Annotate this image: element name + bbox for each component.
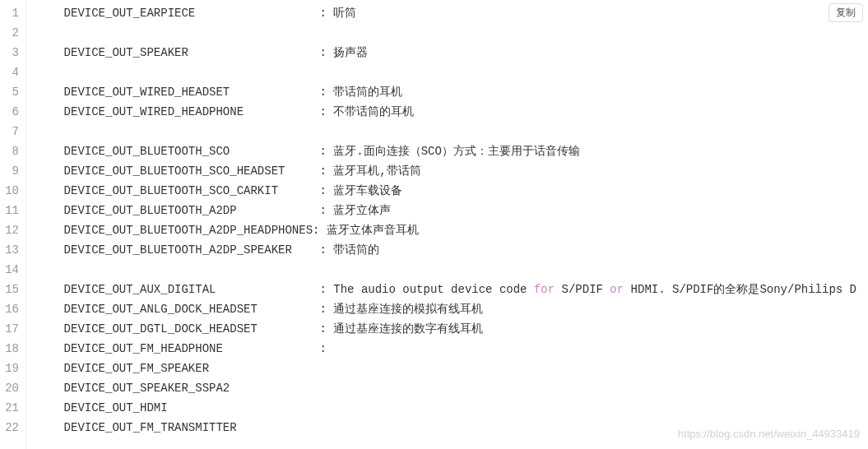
token-pun: : <box>319 46 333 59</box>
line-number: 11 <box>0 201 19 220</box>
line-number: 22 <box>0 418 19 437</box>
line-number: 17 <box>0 319 19 339</box>
token-txt: 蓝牙车载设备 <box>333 184 402 197</box>
token-id: DEVICE_OUT_AUX_DIGITAL <box>64 283 320 296</box>
code-line: DEVICE_OUT_BLUETOOTH_A2DP_HEADPHONES: 蓝牙… <box>36 220 868 240</box>
line-number: 18 <box>0 339 19 359</box>
token-txt: HDMI. S/PDIF的全称是Sony/Philips D <box>624 283 856 296</box>
token-id: DEVICE_OUT_HDMI <box>64 401 168 414</box>
token-txt: 听筒 <box>333 7 356 20</box>
code-line: DEVICE_OUT_FM_TRANSMITTER <box>36 418 868 437</box>
token-id: DEVICE_OUT_BLUETOOTH_SCO <box>64 145 320 158</box>
token-txt: 带话筒的耳机 <box>333 86 402 99</box>
token-txt: 通过基座连接的数字有线耳机 <box>333 322 483 336</box>
token-id: DEVICE_OUT_ANLG_DOCK_HEADSET <box>64 303 320 316</box>
token-ws <box>36 362 64 375</box>
token-id: DEVICE_OUT_WIRED_HEADPHONE <box>64 105 320 118</box>
line-number: 1 <box>0 3 19 23</box>
line-number: 3 <box>0 43 19 62</box>
token-ws <box>36 421 64 434</box>
token-id: DEVICE_OUT_FM_TRANSMITTER <box>64 421 237 434</box>
line-number: 19 <box>0 359 19 378</box>
token-txt: 不带话筒的耳机 <box>333 105 414 118</box>
token-txt: 蓝牙.面向连接（SCO）方式：主要用于话音传输 <box>333 145 580 158</box>
token-kw: or <box>610 283 624 296</box>
token-ws <box>36 7 64 20</box>
line-number: 15 <box>0 280 19 299</box>
token-pun: : <box>319 283 333 296</box>
token-id: DEVICE_OUT_FM_HEADPHONE <box>64 342 320 355</box>
copy-button[interactable]: 复制 <box>829 3 863 22</box>
code-block: 复制 12345678910111213141516171819202122 D… <box>0 0 868 449</box>
token-ws <box>36 322 64 336</box>
code-line: DEVICE_OUT_WIRED_HEADPHONE : 不带话筒的耳机 <box>36 102 868 122</box>
token-ws <box>36 283 64 296</box>
token-id: DEVICE_OUT_BLUETOOTH_A2DP_SPEAKER <box>64 243 320 257</box>
token-id: DEVICE_OUT_DGTL_DOCK_HEADSET <box>64 322 320 336</box>
token-ws <box>36 224 64 237</box>
line-number: 8 <box>0 141 19 161</box>
code-line: DEVICE_OUT_SPEAKER_SSPA2 <box>36 378 868 398</box>
line-number: 20 <box>0 378 19 398</box>
token-id: DEVICE_OUT_EARPIECE <box>64 7 320 20</box>
token-kw: for <box>534 283 555 296</box>
token-pun: : <box>319 105 333 118</box>
token-pun: : <box>319 164 333 178</box>
token-id: DEVICE_OUT_SPEAKER <box>64 46 320 59</box>
token-txt: 扬声器 <box>333 46 368 59</box>
token-pun: : <box>319 342 326 355</box>
token-txt: 蓝牙立体声音耳机 <box>327 224 419 237</box>
token-pun: : <box>319 322 333 336</box>
token-ws <box>36 86 64 99</box>
token-pun: : <box>319 86 333 99</box>
code-line: DEVICE_OUT_BLUETOOTH_SCO : 蓝牙.面向连接（SCO）方… <box>36 141 868 161</box>
code-line: DEVICE_OUT_AUX_DIGITAL : The audio outpu… <box>36 280 868 299</box>
token-id: DEVICE_OUT_BLUETOOTH_SCO_CARKIT <box>64 184 320 197</box>
code-line <box>36 122 868 141</box>
line-number: 12 <box>0 220 19 240</box>
line-number: 16 <box>0 299 19 319</box>
token-txt: 蓝牙耳机,带话筒 <box>333 164 420 178</box>
token-id: DEVICE_OUT_BLUETOOTH_A2DP_HEADPHONES <box>64 224 313 237</box>
token-txt: 蓝牙立体声 <box>333 204 391 217</box>
line-number: 6 <box>0 102 19 122</box>
line-number: 10 <box>0 181 19 201</box>
token-ws <box>36 184 64 197</box>
line-number: 5 <box>0 82 19 102</box>
token-ws <box>36 342 64 355</box>
token-txt: 带话筒的 <box>333 243 379 257</box>
code-line: DEVICE_OUT_WIRED_HEADSET : 带话筒的耳机 <box>36 82 868 102</box>
line-number: 14 <box>0 260 19 280</box>
code-line: DEVICE_OUT_ANLG_DOCK_HEADSET : 通过基座连接的模拟… <box>36 299 868 319</box>
token-ws <box>36 382 64 395</box>
code-line: DEVICE_OUT_BLUETOOTH_SCO_CARKIT : 蓝牙车载设备 <box>36 181 868 201</box>
token-pun: : <box>319 145 333 158</box>
line-number-gutter: 12345678910111213141516171819202122 <box>0 0 26 449</box>
token-pun: : <box>319 303 333 316</box>
token-id: DEVICE_OUT_BLUETOOTH_A2DP <box>64 204 320 217</box>
code-line <box>36 260 868 280</box>
token-pun: : <box>319 184 333 197</box>
token-ws <box>36 204 64 217</box>
line-number: 4 <box>0 62 19 82</box>
code-line: DEVICE_OUT_EARPIECE : 听筒 <box>36 3 868 23</box>
token-id: DEVICE_OUT_SPEAKER_SSPA2 <box>64 382 230 395</box>
token-ws <box>36 145 64 158</box>
token-id: DEVICE_OUT_WIRED_HEADSET <box>64 86 320 99</box>
token-ws <box>36 401 64 414</box>
token-txt: 通过基座连接的模拟有线耳机 <box>333 303 483 316</box>
token-ws <box>36 164 64 178</box>
code-line: DEVICE_OUT_FM_HEADPHONE : <box>36 339 868 359</box>
token-id: DEVICE_OUT_BLUETOOTH_SCO_HEADSET <box>64 164 320 178</box>
token-pun: : <box>319 204 333 217</box>
code-line: DEVICE_OUT_BLUETOOTH_A2DP : 蓝牙立体声 <box>36 201 868 220</box>
token-pun: : <box>319 7 333 20</box>
token-pun: : <box>313 224 327 237</box>
token-ws <box>36 105 64 118</box>
code-line: DEVICE_OUT_FM_SPEAKER <box>36 359 868 378</box>
code-line <box>36 62 868 82</box>
token-pun: : <box>319 243 333 257</box>
code-line: DEVICE_OUT_BLUETOOTH_SCO_HEADSET : 蓝牙耳机,… <box>36 161 868 181</box>
token-id: DEVICE_OUT_FM_SPEAKER <box>64 362 209 375</box>
code-line: DEVICE_OUT_SPEAKER : 扬声器 <box>36 43 868 62</box>
